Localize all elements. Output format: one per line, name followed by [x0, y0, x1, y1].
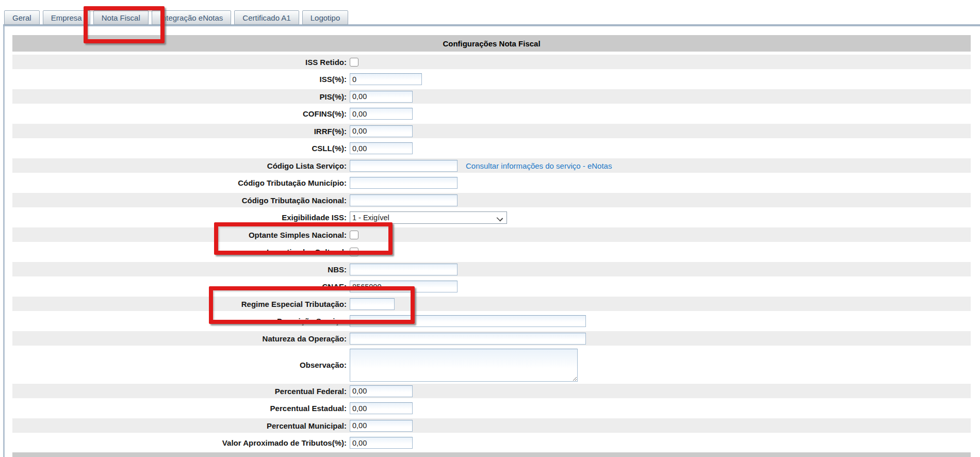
csll-input[interactable]	[350, 142, 413, 154]
nbs-field	[350, 262, 458, 276]
cofins-label: COFINS(%):	[12, 107, 347, 121]
codigo-tributacao-nacional-field	[350, 193, 458, 207]
valor-aproximado-tributos-label: Valor Aproximado de Tributos(%):	[12, 436, 347, 450]
codigo-lista-servico-field: Consultar informações do serviço - eNota…	[350, 158, 612, 173]
pis-label: PIS(%):	[12, 89, 347, 104]
exigibilidade-iss-label: Exigibilidade ISS:	[12, 210, 347, 225]
percentual-estadual-input[interactable]	[350, 402, 413, 414]
cofins-field	[350, 107, 413, 121]
row-percentual-federal: Percentual Federal:	[12, 384, 971, 398]
form-section-title: Configurações Nota Fiscal	[443, 39, 540, 48]
row-codigo-tributacao-municipio: Código Tributação Município:	[12, 176, 971, 190]
irrf-input[interactable]	[350, 125, 413, 137]
irrf-label: IRRF(%):	[12, 124, 347, 138]
app-window: { "tabs": [ {"id": "geral", "label": "Ge…	[0, 0, 980, 457]
row-pis: PIS(%):	[12, 89, 971, 104]
pis-input[interactable]	[350, 91, 413, 103]
percentual-federal-label: Percentual Federal:	[12, 384, 347, 398]
optante-simples-nacional-checkbox[interactable]	[350, 231, 358, 239]
row-nbs: NBS:	[12, 262, 971, 276]
exigibilidade-iss-field: 1 - Exigível	[350, 210, 507, 225]
iss-retido-field	[350, 55, 358, 69]
tab-empresa[interactable]: Empresa	[43, 10, 90, 25]
natureza-da-operacao-field	[350, 331, 586, 346]
optante-simples-nacional-field	[350, 227, 358, 242]
iss-field	[350, 72, 422, 87]
row-valor-aproximado-tributos: Valor Aproximado de Tributos(%):	[12, 436, 971, 450]
row-irrf: IRRF(%):	[12, 124, 971, 138]
observacao-label: Observação:	[12, 349, 347, 382]
irrf-field	[350, 124, 413, 138]
table-footer-bar	[12, 452, 971, 457]
valor-aproximado-tributos-input[interactable]	[350, 437, 413, 449]
row-cnae: CNAE:	[12, 280, 971, 294]
percentual-federal-input[interactable]	[350, 385, 413, 397]
panel-left-border	[3, 25, 5, 457]
percentual-estadual-field	[350, 401, 413, 416]
row-percentual-municipal: Percentual Municipal:	[12, 418, 971, 433]
nbs-label: NBS:	[12, 262, 347, 276]
row-cofins: COFINS(%):	[12, 107, 971, 121]
descricao-servico-field	[350, 314, 586, 329]
codigo-tributacao-municipio-field	[350, 176, 458, 190]
iss-retido-checkbox[interactable]	[350, 58, 358, 67]
codigo-lista-servico-consult-link[interactable]: Consultar informações do serviço - eNota…	[466, 161, 612, 170]
row-observacao: Observação:	[12, 349, 971, 382]
descricao-servico-input[interactable]	[350, 315, 586, 327]
form-section-header: Configurações Nota Fiscal	[12, 35, 971, 52]
tab-integracao-enotas[interactable]: Integração eNotas	[152, 10, 232, 25]
optante-simples-nacional-label: Optante Simples Nacional:	[12, 227, 347, 242]
row-codigo-tributacao-nacional: Código Tributação Nacional:	[12, 193, 971, 207]
row-percentual-estadual: Percentual Estadual:	[12, 401, 971, 416]
tab-logotipo[interactable]: Logotipo	[302, 10, 349, 25]
tab-certificado-a1[interactable]: Certificado A1	[234, 10, 299, 25]
valor-aproximado-tributos-field	[350, 436, 413, 450]
iss-input[interactable]	[350, 73, 422, 85]
cofins-input[interactable]	[350, 108, 413, 120]
row-iss-retido: ISS Retido:	[12, 55, 971, 69]
row-csll: CSLL(%):	[12, 141, 971, 156]
percentual-estadual-label: Percentual Estadual:	[12, 401, 347, 416]
codigo-tributacao-municipio-label: Código Tributação Município:	[12, 176, 347, 190]
row-optante-simples-nacional: Optante Simples Nacional:	[12, 227, 971, 242]
natureza-da-operacao-input[interactable]	[350, 333, 586, 345]
cnae-field	[350, 280, 458, 294]
natureza-da-operacao-label: Natureza da Operação:	[12, 331, 347, 346]
tab-bar: GeralEmpresaNota FiscalIntegração eNotas…	[4, 10, 351, 25]
incentivador-cultural-label: Incentivador Cultural:	[12, 245, 347, 259]
codigo-lista-servico-label: Código Lista Serviço:	[12, 158, 347, 173]
descricao-servico-label: Descrição Serviço:	[12, 314, 347, 329]
iss-label: ISS(%):	[12, 72, 347, 87]
exigibilidade-iss-select[interactable]: 1 - Exigível	[350, 211, 507, 224]
row-regime-especial-tributacao: Regime Especial Tributação:	[12, 297, 971, 311]
incentivador-cultural-field	[350, 245, 358, 259]
observacao-field	[350, 349, 578, 382]
iss-retido-label: ISS Retido:	[12, 55, 347, 69]
percentual-municipal-input[interactable]	[350, 420, 413, 432]
row-codigo-lista-servico: Código Lista Serviço:Consultar informaçõ…	[12, 158, 971, 173]
row-iss: ISS(%):	[12, 72, 971, 87]
codigo-tributacao-municipio-input[interactable]	[350, 177, 458, 189]
regime-especial-tributacao-label: Regime Especial Tributação:	[12, 297, 347, 311]
tab-geral[interactable]: Geral	[4, 10, 40, 25]
percentual-municipal-label: Percentual Municipal:	[12, 418, 347, 433]
nbs-input[interactable]	[350, 264, 458, 275]
row-descricao-servico: Descrição Serviço:	[12, 314, 971, 329]
row-incentivador-cultural: Incentivador Cultural:	[12, 245, 971, 259]
row-natureza-da-operacao: Natureza da Operação:	[12, 331, 971, 346]
codigo-tributacao-nacional-label: Código Tributação Nacional:	[12, 193, 347, 207]
pis-field	[350, 89, 413, 104]
cnae-input[interactable]	[350, 281, 458, 292]
percentual-municipal-field	[350, 418, 413, 433]
csll-label: CSLL(%):	[12, 141, 347, 156]
cnae-label: CNAE:	[12, 280, 347, 294]
tab-nota-fiscal[interactable]: Nota Fiscal	[93, 10, 149, 25]
regime-especial-tributacao-field	[350, 297, 395, 311]
codigo-tributacao-nacional-input[interactable]	[350, 194, 458, 206]
observacao-textarea[interactable]	[350, 349, 578, 382]
csll-field	[350, 141, 413, 156]
regime-especial-tributacao-input[interactable]	[350, 298, 395, 310]
incentivador-cultural-checkbox[interactable]	[350, 248, 358, 256]
codigo-lista-servico-input[interactable]	[350, 160, 458, 172]
percentual-federal-field	[350, 384, 413, 398]
